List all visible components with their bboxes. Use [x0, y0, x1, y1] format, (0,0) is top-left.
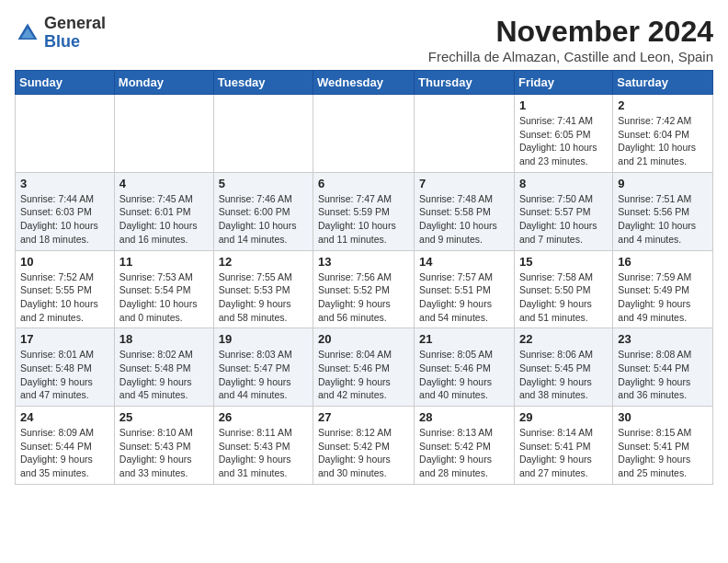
day-info: Sunrise: 7:41 AM Sunset: 6:05 PM Dayligh…	[519, 114, 608, 168]
weekday-header-wednesday: Wednesday	[313, 71, 415, 95]
weekday-header-sunday: Sunday	[16, 71, 115, 95]
week-row-4: 17Sunrise: 8:01 AM Sunset: 5:48 PM Dayli…	[16, 328, 713, 407]
week-row-2: 3Sunrise: 7:44 AM Sunset: 6:03 PM Daylig…	[16, 172, 713, 250]
day-number: 12	[219, 255, 308, 269]
day-info: Sunrise: 7:53 AM Sunset: 5:54 PM Dayligh…	[119, 270, 209, 325]
calendar-cell: 6Sunrise: 7:47 AM Sunset: 5:59 PM Daylig…	[313, 172, 415, 250]
calendar-cell: 19Sunrise: 8:03 AM Sunset: 5:47 PM Dayli…	[213, 328, 313, 407]
day-number: 26	[219, 410, 308, 424]
day-number: 28	[419, 410, 509, 424]
day-info: Sunrise: 8:11 AM Sunset: 5:43 PM Dayligh…	[219, 426, 308, 480]
calendar-cell: 7Sunrise: 7:48 AM Sunset: 5:58 PM Daylig…	[415, 172, 515, 250]
day-number: 2	[618, 98, 708, 112]
calendar-cell: 15Sunrise: 7:58 AM Sunset: 5:50 PM Dayli…	[514, 250, 612, 328]
day-info: Sunrise: 8:09 AM Sunset: 5:44 PM Dayligh…	[20, 426, 109, 480]
week-row-1: 1Sunrise: 7:41 AM Sunset: 6:05 PM Daylig…	[16, 95, 713, 173]
day-number: 6	[318, 177, 409, 190]
day-info: Sunrise: 8:15 AM Sunset: 5:41 PM Dayligh…	[618, 426, 708, 480]
day-info: Sunrise: 8:05 AM Sunset: 5:46 PM Dayligh…	[419, 348, 509, 402]
day-info: Sunrise: 7:58 AM Sunset: 5:50 PM Dayligh…	[519, 270, 608, 325]
day-info: Sunrise: 7:51 AM Sunset: 5:56 PM Dayligh…	[618, 192, 708, 247]
weekday-header-saturday: Saturday	[613, 71, 713, 95]
day-number: 11	[119, 255, 209, 269]
title-area: November 2024 Frechilla de Almazan, Cast…	[428, 15, 713, 64]
day-number: 9	[618, 177, 708, 190]
calendar-cell: 8Sunrise: 7:50 AM Sunset: 5:57 PM Daylig…	[514, 172, 612, 250]
day-info: Sunrise: 8:13 AM Sunset: 5:42 PM Dayligh…	[419, 426, 509, 480]
weekday-header-tuesday: Tuesday	[213, 71, 313, 95]
day-info: Sunrise: 7:45 AM Sunset: 6:01 PM Dayligh…	[119, 192, 209, 247]
calendar-cell: 29Sunrise: 8:14 AM Sunset: 5:41 PM Dayli…	[514, 407, 612, 485]
location-title: Frechilla de Almazan, Castille and Leon,…	[428, 49, 713, 64]
day-info: Sunrise: 8:12 AM Sunset: 5:42 PM Dayligh…	[318, 426, 409, 480]
day-info: Sunrise: 7:50 AM Sunset: 5:57 PM Dayligh…	[519, 192, 608, 247]
calendar-cell	[16, 95, 115, 173]
calendar-cell: 30Sunrise: 8:15 AM Sunset: 5:41 PM Dayli…	[613, 407, 713, 485]
calendar-cell: 17Sunrise: 8:01 AM Sunset: 5:48 PM Dayli…	[16, 328, 115, 407]
day-info: Sunrise: 7:47 AM Sunset: 5:59 PM Dayligh…	[318, 192, 409, 247]
day-info: Sunrise: 8:02 AM Sunset: 5:48 PM Dayligh…	[119, 348, 209, 402]
day-number: 27	[318, 410, 409, 424]
calendar-cell: 26Sunrise: 8:11 AM Sunset: 5:43 PM Dayli…	[213, 407, 313, 485]
day-number: 4	[119, 177, 209, 190]
day-info: Sunrise: 8:08 AM Sunset: 5:44 PM Dayligh…	[618, 348, 708, 402]
calendar-cell: 12Sunrise: 7:55 AM Sunset: 5:53 PM Dayli…	[213, 250, 313, 328]
day-number: 15	[519, 255, 608, 269]
day-info: Sunrise: 7:46 AM Sunset: 6:00 PM Dayligh…	[219, 192, 308, 247]
weekday-header-monday: Monday	[114, 71, 213, 95]
day-number: 30	[618, 410, 708, 424]
day-number: 17	[20, 332, 109, 346]
week-row-5: 24Sunrise: 8:09 AM Sunset: 5:44 PM Dayli…	[16, 407, 713, 485]
day-info: Sunrise: 8:04 AM Sunset: 5:46 PM Dayligh…	[318, 348, 409, 402]
day-number: 1	[519, 98, 608, 112]
calendar-cell: 22Sunrise: 8:06 AM Sunset: 5:45 PM Dayli…	[514, 328, 612, 407]
calendar-cell: 16Sunrise: 7:59 AM Sunset: 5:49 PM Dayli…	[613, 250, 713, 328]
calendar-cell: 2Sunrise: 7:42 AM Sunset: 6:04 PM Daylig…	[613, 95, 713, 173]
day-info: Sunrise: 7:48 AM Sunset: 5:58 PM Dayligh…	[419, 192, 509, 247]
calendar-cell: 5Sunrise: 7:46 AM Sunset: 6:00 PM Daylig…	[213, 172, 313, 250]
day-info: Sunrise: 7:44 AM Sunset: 6:03 PM Dayligh…	[20, 192, 109, 247]
day-number: 18	[119, 332, 209, 346]
calendar-cell	[415, 95, 515, 173]
day-info: Sunrise: 8:14 AM Sunset: 5:41 PM Dayligh…	[519, 426, 608, 480]
calendar-cell	[114, 95, 213, 173]
day-number: 19	[219, 332, 308, 346]
day-info: Sunrise: 7:52 AM Sunset: 5:55 PM Dayligh…	[20, 270, 109, 325]
day-number: 20	[318, 332, 409, 346]
day-number: 3	[20, 177, 109, 190]
calendar-cell: 27Sunrise: 8:12 AM Sunset: 5:42 PM Dayli…	[313, 407, 415, 485]
calendar-cell: 23Sunrise: 8:08 AM Sunset: 5:44 PM Dayli…	[613, 328, 713, 407]
day-number: 29	[519, 410, 608, 424]
day-info: Sunrise: 7:56 AM Sunset: 5:52 PM Dayligh…	[318, 270, 409, 325]
calendar-cell: 4Sunrise: 7:45 AM Sunset: 6:01 PM Daylig…	[114, 172, 213, 250]
day-info: Sunrise: 8:10 AM Sunset: 5:43 PM Dayligh…	[119, 426, 209, 480]
calendar-cell: 9Sunrise: 7:51 AM Sunset: 5:56 PM Daylig…	[613, 172, 713, 250]
day-number: 25	[119, 410, 209, 424]
calendar-cell: 24Sunrise: 8:09 AM Sunset: 5:44 PM Dayli…	[16, 407, 115, 485]
calendar-cell: 28Sunrise: 8:13 AM Sunset: 5:42 PM Dayli…	[415, 407, 515, 485]
calendar-cell: 18Sunrise: 8:02 AM Sunset: 5:48 PM Dayli…	[114, 328, 213, 407]
page-header: General Blue November 2024 Frechilla de …	[15, 15, 713, 64]
day-number: 14	[419, 255, 509, 269]
day-info: Sunrise: 8:01 AM Sunset: 5:48 PM Dayligh…	[20, 348, 109, 402]
logo-text: General Blue	[44, 15, 106, 52]
day-info: Sunrise: 7:55 AM Sunset: 5:53 PM Dayligh…	[219, 270, 308, 325]
day-info: Sunrise: 8:03 AM Sunset: 5:47 PM Dayligh…	[219, 348, 308, 402]
weekday-header-friday: Friday	[514, 71, 612, 95]
day-number: 5	[219, 177, 308, 190]
calendar-cell: 21Sunrise: 8:05 AM Sunset: 5:46 PM Dayli…	[415, 328, 515, 407]
day-number: 16	[618, 255, 708, 269]
week-row-3: 10Sunrise: 7:52 AM Sunset: 5:55 PM Dayli…	[16, 250, 713, 328]
weekday-header-thursday: Thursday	[415, 71, 515, 95]
day-number: 23	[618, 332, 708, 346]
day-number: 24	[20, 410, 109, 424]
day-number: 8	[519, 177, 608, 190]
day-number: 13	[318, 255, 409, 269]
day-info: Sunrise: 7:59 AM Sunset: 5:49 PM Dayligh…	[618, 270, 708, 325]
day-info: Sunrise: 8:06 AM Sunset: 5:45 PM Dayligh…	[519, 348, 608, 402]
calendar-cell	[213, 95, 313, 173]
day-number: 22	[519, 332, 608, 346]
logo: General Blue	[15, 15, 106, 52]
calendar-cell: 14Sunrise: 7:57 AM Sunset: 5:51 PM Dayli…	[415, 250, 515, 328]
day-info: Sunrise: 7:42 AM Sunset: 6:04 PM Dayligh…	[618, 114, 708, 168]
